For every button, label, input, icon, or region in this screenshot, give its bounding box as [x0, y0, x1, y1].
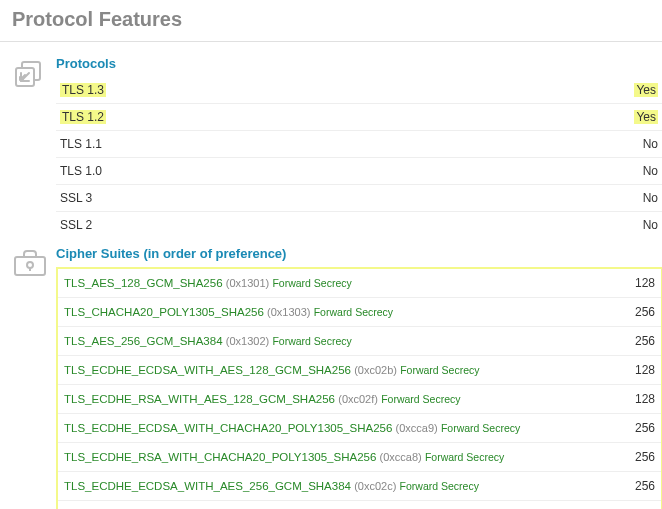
cipher-bits: 256: [635, 305, 655, 319]
protocol-status: Yes: [634, 110, 658, 124]
cipher-row: TLS_ECDHE_RSA_WITH_AES_128_GCM_SHA256 (0…: [58, 385, 661, 414]
protocol-status: No: [643, 137, 658, 151]
briefcase-lock-icon: [12, 246, 56, 281]
cipher-bits: 128: [635, 392, 655, 406]
cipher-tag: Forward Secrecy: [381, 393, 460, 405]
cipher-name: TLS_ECDHE_ECDSA_WITH_CHACHA20_POLY1305_S…: [64, 422, 392, 434]
protocol-name: TLS 1.2: [60, 110, 106, 124]
cipher-row: TLS_AES_256_GCM_SHA384 (0x1302) Forward …: [58, 327, 661, 356]
svg-point-3: [27, 262, 33, 268]
divider: [0, 41, 662, 42]
cipher-hex: (0x1301): [226, 277, 269, 289]
cipher-tag: Forward Secrecy: [400, 364, 479, 376]
protocol-status: No: [643, 191, 658, 205]
cipher-name: TLS_AES_256_GCM_SHA384: [64, 335, 223, 347]
protocol-status: No: [643, 218, 658, 232]
cipher-tag: Forward Secrecy: [425, 451, 504, 463]
cipher-row: TLS_ECDHE_ECDSA_WITH_AES_128_GCM_SHA256 …: [58, 356, 661, 385]
cipher-name: TLS_CHACHA20_POLY1305_SHA256: [64, 306, 264, 318]
expand-icon: [12, 56, 56, 97]
protocol-status: Yes: [634, 83, 658, 97]
cipher-row: TLS_ECDHE_RSA_WITH_CHACHA20_POLY1305_SHA…: [58, 443, 661, 472]
cipher-tag: Forward Secrecy: [314, 306, 393, 318]
cipher-name: TLS_AES_128_GCM_SHA256: [64, 277, 223, 289]
protocol-row: TLS 1.2Yes: [56, 104, 662, 131]
cipher-list: TLS_AES_128_GCM_SHA256 (0x1301) Forward …: [56, 267, 662, 509]
protocol-row: SSL 2No: [56, 212, 662, 238]
cipher-row: TLS_CHACHA20_POLY1305_SHA256 (0x1303) Fo…: [58, 298, 661, 327]
cipher-bits: 128: [635, 363, 655, 377]
protocol-name: TLS 1.0: [60, 164, 102, 178]
cipher-bits: 128: [635, 276, 655, 290]
cipher-bits: 256: [635, 450, 655, 464]
protocol-row: SSL 3No: [56, 185, 662, 212]
cipher-hex: (0x1303): [267, 306, 310, 318]
cipher-bits: 256: [635, 479, 655, 493]
cipher-name: TLS_ECDHE_RSA_WITH_CHACHA20_POLY1305_SHA…: [64, 451, 376, 463]
protocol-status: No: [643, 164, 658, 178]
cipher-row: TLS_ECDHE_RSA_WITH_AES_256_GCM_SHA384 (0…: [58, 501, 661, 509]
cipher-hex: (0x1302): [226, 335, 269, 347]
cipher-tag: Forward Secrecy: [272, 335, 351, 347]
protocol-row: TLS 1.1No: [56, 131, 662, 158]
cipher-tag: Forward Secrecy: [441, 422, 520, 434]
protocols-heading: Protocols: [56, 56, 662, 71]
protocol-row: TLS 1.0No: [56, 158, 662, 185]
cipher-row: TLS_ECDHE_ECDSA_WITH_AES_256_GCM_SHA384 …: [58, 472, 661, 501]
protocol-name: SSL 2: [60, 218, 92, 232]
cipher-hex: (0xc02f): [338, 393, 378, 405]
cipher-bits: 256: [635, 421, 655, 435]
svg-rect-2: [15, 257, 45, 275]
page-title: Protocol Features: [0, 0, 662, 41]
protocol-name: TLS 1.1: [60, 137, 102, 151]
cipher-row: TLS_AES_128_GCM_SHA256 (0x1301) Forward …: [58, 269, 661, 298]
protocol-name: SSL 3: [60, 191, 92, 205]
ciphers-heading: Cipher Suites (in order of preference): [56, 246, 662, 261]
cipher-tag: Forward Secrecy: [400, 480, 479, 492]
cipher-tag: Forward Secrecy: [272, 277, 351, 289]
ciphers-section: Cipher Suites (in order of preference) T…: [0, 246, 662, 509]
protocols-section: Protocols TLS 1.3YesTLS 1.2YesTLS 1.1NoT…: [0, 56, 662, 246]
cipher-hex: (0xcca9): [396, 422, 438, 434]
cipher-hex: (0xc02b): [354, 364, 397, 376]
protocol-name: TLS 1.3: [60, 83, 106, 97]
cipher-bits: 256: [635, 334, 655, 348]
cipher-name: TLS_ECDHE_ECDSA_WITH_AES_256_GCM_SHA384: [64, 480, 351, 492]
protocol-row: TLS 1.3Yes: [56, 77, 662, 104]
cipher-row: TLS_ECDHE_ECDSA_WITH_CHACHA20_POLY1305_S…: [58, 414, 661, 443]
cipher-hex: (0xc02c): [354, 480, 396, 492]
cipher-hex: (0xcca8): [380, 451, 422, 463]
cipher-name: TLS_ECDHE_ECDSA_WITH_AES_128_GCM_SHA256: [64, 364, 351, 376]
cipher-name: TLS_ECDHE_RSA_WITH_AES_128_GCM_SHA256: [64, 393, 335, 405]
